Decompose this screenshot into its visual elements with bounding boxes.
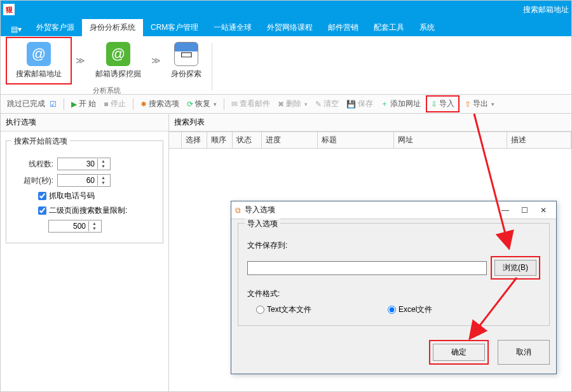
toolbar-skip-completed[interactable]: 跳过已完成 ☑ bbox=[4, 97, 59, 111]
title-bar: 狠 搜索邮箱地址 bbox=[1, 1, 571, 18]
spin-up-icon[interactable]: ▲ bbox=[98, 159, 109, 164]
tab-crm[interactable]: CRM客户管理 bbox=[143, 19, 206, 36]
col-grip bbox=[169, 132, 182, 148]
gear-icon: ✸ bbox=[140, 100, 147, 109]
spin-down-icon[interactable]: ▼ bbox=[89, 226, 100, 231]
ok-button[interactable]: 确定 bbox=[433, 344, 485, 361]
toolbar-view-mail[interactable]: ✉查看邮件 bbox=[229, 97, 273, 111]
tab-courses[interactable]: 外贸网络课程 bbox=[259, 19, 320, 36]
plus-icon: ＋ bbox=[381, 98, 388, 109]
toolbar-label: 添加网址 bbox=[390, 98, 421, 109]
checkbox-input[interactable] bbox=[38, 206, 46, 215]
divider bbox=[224, 98, 224, 110]
toolbar-clear[interactable]: ✎清空 bbox=[313, 97, 341, 111]
tab-email-marketing[interactable]: 邮件营销 bbox=[320, 19, 366, 36]
toolbar-add-url[interactable]: ＋添加网址 bbox=[378, 97, 423, 111]
col-title[interactable]: 标题 bbox=[318, 132, 394, 148]
file-menu-icon[interactable]: ▤▾ bbox=[7, 22, 25, 36]
right-panel-header: 搜索列表 bbox=[169, 114, 571, 132]
table-header: 选择 顺序 状态 进度 标题 网址 描述 bbox=[169, 132, 571, 149]
toolbar-label: 开 始 bbox=[79, 98, 96, 109]
close-button[interactable]: ✕ bbox=[535, 205, 552, 216]
divider bbox=[133, 98, 133, 110]
dialog-titlebar[interactable]: ⧉ 导入选项 — ☐ ✕ bbox=[231, 201, 556, 219]
ribbon-identity-search[interactable]: ▭ 身份探索 bbox=[165, 39, 208, 82]
import-options-group: 导入选项 文件保存到: 浏览(B) 文件格式: Text文本文件 Excel文件 bbox=[238, 223, 550, 326]
at-green-icon: @ bbox=[106, 42, 130, 66]
toolbar-label: 搜索选项 bbox=[149, 98, 179, 109]
ribbon-email-mining[interactable]: @ 邮箱诱探挖掘 bbox=[89, 39, 147, 82]
group-legend: 导入选项 bbox=[245, 219, 280, 229]
caret-down-icon: ▾ bbox=[214, 101, 217, 107]
threads-input[interactable] bbox=[58, 158, 97, 170]
toolbar: 跳过已完成 ☑ ▶开 始 ■停止 ✸搜索选项 ⟳恢复▾ ✉查看邮件 ✖删除▾ ✎… bbox=[1, 95, 571, 114]
tab-customer-source[interactable]: 外贸客户源 bbox=[29, 19, 82, 36]
toolbar-start[interactable]: ▶开 始 bbox=[69, 97, 99, 111]
divider bbox=[212, 43, 212, 90]
toolbar-delete[interactable]: ✖删除▾ bbox=[275, 97, 310, 111]
divider bbox=[64, 98, 64, 110]
dialog-icon: ⧉ bbox=[235, 206, 241, 215]
spin-down-icon[interactable]: ▼ bbox=[98, 180, 109, 186]
timeout-label: 超时(秒): bbox=[13, 175, 57, 186]
ribbon-group-label: 分析系统 bbox=[93, 86, 121, 97]
tab-system[interactable]: 系统 bbox=[412, 19, 442, 36]
toolbar-save[interactable]: 💾保存 bbox=[344, 97, 376, 111]
col-select[interactable]: 选择 bbox=[182, 132, 207, 148]
spin-down-icon[interactable]: ▼ bbox=[98, 164, 109, 169]
file-path-input[interactable] bbox=[247, 261, 487, 275]
tab-identity-analysis[interactable]: 身份分析系统 bbox=[82, 19, 143, 36]
limit-stepper[interactable]: ▲▼ bbox=[48, 220, 102, 233]
export-icon: ⇧ bbox=[465, 100, 471, 109]
cancel-button[interactable]: 取消 bbox=[498, 340, 550, 365]
col-progress[interactable]: 进度 bbox=[262, 132, 318, 148]
timeout-input[interactable] bbox=[58, 175, 97, 186]
checkbox-input[interactable] bbox=[38, 192, 46, 200]
toolbar-stop[interactable]: ■停止 bbox=[101, 97, 128, 111]
toolbar-restore[interactable]: ⟳恢复▾ bbox=[184, 97, 219, 111]
threads-label: 线程数: bbox=[13, 159, 57, 170]
col-order[interactable]: 顺序 bbox=[207, 132, 233, 148]
radio-input[interactable] bbox=[256, 306, 264, 314]
left-panel: 执行选项 搜索开始前选项 线程数: ▲▼ 超时(秒): ▲▼ bbox=[1, 114, 169, 392]
tab-tools[interactable]: 配套工具 bbox=[366, 19, 412, 36]
spin-up-icon[interactable]: ▲ bbox=[89, 221, 100, 226]
tab-onestop[interactable]: 一站通全球 bbox=[206, 19, 259, 36]
col-status[interactable]: 状态 bbox=[233, 132, 262, 148]
minimize-button[interactable]: — bbox=[496, 205, 514, 216]
ribbon-label: 身份探索 bbox=[171, 69, 201, 79]
limit-input[interactable] bbox=[49, 220, 88, 232]
col-desc[interactable]: 描述 bbox=[507, 132, 571, 148]
maximize-button[interactable]: ☐ bbox=[515, 205, 533, 216]
delete-icon: ✖ bbox=[278, 100, 284, 109]
browse-button[interactable]: 浏览(B) bbox=[494, 260, 536, 276]
threads-stepper[interactable]: ▲▼ bbox=[57, 158, 111, 170]
checkbox-label: 二级页面搜索数量限制: bbox=[49, 205, 127, 216]
radio-text-file[interactable]: Text文本文件 bbox=[256, 304, 311, 315]
search-options-group: 搜索开始前选项 线程数: ▲▼ 超时(秒): ▲▼ bbox=[6, 140, 163, 243]
results-table: 选择 顺序 状态 进度 标题 网址 描述 bbox=[169, 132, 571, 149]
file-path-label: 文件保存到: bbox=[247, 240, 540, 251]
spin-up-icon[interactable]: ▲ bbox=[98, 175, 109, 180]
radio-label: Text文本文件 bbox=[267, 304, 311, 315]
toolbar-export[interactable]: ⇧导出▾ bbox=[462, 97, 497, 111]
toolbar-label: 导入 bbox=[439, 98, 454, 109]
col-url[interactable]: 网址 bbox=[394, 132, 507, 148]
toolbar-options[interactable]: ✸搜索选项 bbox=[138, 97, 182, 111]
mail-icon: ✉ bbox=[231, 100, 238, 109]
ribbon-group-analysis: @ 搜索邮箱地址 ≫ @ 邮箱诱探挖掘 ≫ ▭ 身份探索 分析系统 bbox=[6, 37, 208, 97]
play-icon: ▶ bbox=[71, 100, 77, 109]
profile-card-icon: ▭ bbox=[174, 42, 198, 66]
radio-input[interactable] bbox=[388, 306, 396, 314]
timeout-stepper[interactable]: ▲▼ bbox=[57, 174, 111, 187]
restore-icon: ⟳ bbox=[187, 100, 193, 109]
sub-page-limit-checkbox[interactable]: 二级页面搜索数量限制: bbox=[38, 205, 156, 216]
toolbar-label: 跳过已完成 bbox=[7, 98, 45, 109]
group-legend: 搜索开始前选项 bbox=[11, 136, 70, 147]
radio-excel-file[interactable]: Excel文件 bbox=[388, 304, 432, 315]
ribbon-search-email[interactable]: @ 搜索邮箱地址 bbox=[6, 37, 72, 84]
toolbar-label: 恢复 bbox=[195, 98, 210, 109]
toolbar-import[interactable]: ⇩导入 bbox=[426, 95, 460, 112]
grab-phone-checkbox[interactable]: 抓取电话号码 bbox=[38, 191, 156, 201]
title-right-text: 搜索邮箱地址 bbox=[523, 4, 569, 15]
